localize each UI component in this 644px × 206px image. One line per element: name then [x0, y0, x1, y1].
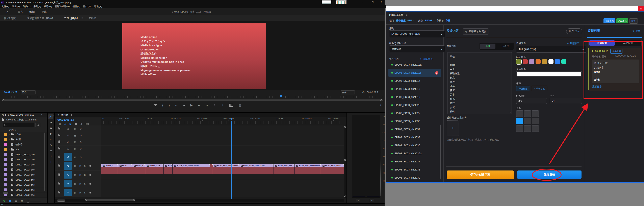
- label-color-swatch[interactable]: [4, 143, 7, 146]
- timeline-scroll-thumb[interactable]: [85, 199, 135, 201]
- project-item-label[interactable]: EP203_SC02_shot: [16, 153, 35, 156]
- voiceover-mic-icon[interactable]: [90, 192, 91, 193]
- position-cell[interactable]: [516, 110, 523, 117]
- shot-list-item[interactable]: EP203_SC03_shot039: [388, 174, 441, 182]
- position-cell[interactable]: [532, 110, 539, 117]
- label-color-swatch[interactable]: [4, 193, 7, 196]
- video-track-row[interactable]: V5 ▤ ⊙: [55, 125, 344, 132]
- project-row[interactable]: ? EP203_SC02_shot: [0, 157, 47, 162]
- position-cell[interactable]: [516, 118, 523, 124]
- tab-current-feedback[interactable]: 当前反馈: [589, 40, 615, 46]
- project-vscrollbar[interactable]: [44, 133, 45, 191]
- shot-list-item[interactable]: EP203_SC03_shot038: [388, 166, 441, 174]
- shot-list-item[interactable]: EP203_SC03_shot015: [388, 85, 441, 93]
- track-target-tile[interactable]: V4: [64, 133, 72, 138]
- project-item-label[interactable]: 镜头号: [16, 143, 22, 146]
- expand-chevron-icon[interactable]: ›: [7, 138, 11, 141]
- monitor-scrollbar-thumb[interactable]: [2, 99, 382, 101]
- shot-list-item[interactable]: EP203_SC03_shot035a: [388, 149, 441, 158]
- project-breadcrumb[interactable]: SYWZ_EP...初渲_0115.prproj: [2, 118, 36, 121]
- menu-item[interactable]: 帮助(H): [94, 5, 102, 8]
- lock-icon[interactable]: [58, 135, 60, 136]
- lift-icon[interactable]: ⇧: [214, 104, 216, 107]
- add-marker-icon[interactable]: [154, 104, 156, 106]
- monitor-mini-ruler[interactable]: [2, 95, 383, 98]
- timeline-clip[interactable]: fx EP203_SC03_shot019.mov: [172, 164, 210, 174]
- name-column-header[interactable]: 名称: [9, 128, 14, 132]
- shot-list-item[interactable]: EP203_SC03_shot030: [388, 117, 441, 125]
- mute-button[interactable]: M: [80, 174, 81, 176]
- freeform-view-icon[interactable]: ▥: [21, 199, 23, 202]
- timeline-vscrollbar[interactable]: [344, 125, 346, 198]
- track-target-tile[interactable]: A4: [64, 189, 72, 196]
- list-view-icon[interactable]: ≣: [9, 199, 12, 203]
- lock-icon[interactable]: [58, 128, 60, 129]
- sequence-dropdown[interactable]: SYWZ_EP203_初渲_0115 ⌄: [389, 31, 445, 37]
- lock-icon[interactable]: [58, 141, 60, 143]
- audio-track-lane[interactable]: [101, 179, 344, 188]
- timeline-clip[interactable]: fx EP203_SC03_shot025.mo: [213, 164, 239, 174]
- step-back-icon[interactable]: ◀: [183, 104, 185, 106]
- feedback-card[interactable]: 00:01:26:10 绿色标签 最后修改: 王敏 2026-03-11 14:…: [588, 48, 641, 91]
- eye-toggle-icon[interactable]: ⊙: [80, 156, 82, 159]
- text-color-picker[interactable]: [516, 71, 582, 77]
- minimize-button[interactable]: –: [360, 1, 365, 4]
- timeline-clip[interactable]: fx EP203_SC03_shot027.mov: [239, 164, 274, 174]
- switch-button[interactable]: 切换: [629, 18, 638, 24]
- project-item-label[interactable]: AN: [16, 148, 19, 151]
- sync-subtitle-button[interactable]: 同步字幕: [604, 18, 615, 23]
- menu-item[interactable]: 文件(F): [2, 5, 9, 8]
- timeline-clip[interactable]: fx EP203_SC03_shot032.mo: [295, 164, 321, 174]
- close-button[interactable]: ×: [380, 1, 384, 4]
- timeline-clip[interactable]: fx EP203_SC03_sho: [274, 164, 295, 174]
- track-target-tile[interactable]: A2: [64, 171, 72, 178]
- project-item-label[interactable]: EP203_SC02_shot: [16, 158, 35, 161]
- export-frame-icon[interactable]: [229, 104, 233, 107]
- card-timecode[interactable]: 00:01:26:10: [595, 50, 608, 53]
- timeline-timecode[interactable]: 00:01:43:23: [58, 118, 74, 121]
- marker-color-swatch[interactable]: [542, 59, 547, 64]
- timeline-clip[interactable]: fx EP203_SC03: [145, 164, 164, 174]
- audio-track-lane[interactable]: [101, 188, 344, 197]
- audio-track-row[interactable]: A3 ▤ M S: [55, 179, 344, 188]
- video-track-row[interactable]: V1 ▤ ⊙: [55, 152, 344, 162]
- timeline-clip[interactable]: fx EP203: [118, 164, 132, 174]
- sequence-tab[interactable]: 序列04: [61, 114, 68, 117]
- menu-item[interactable]: 视图(V): [72, 5, 80, 8]
- snap-magnet-icon[interactable]: ∩: [64, 122, 66, 125]
- eye-toggle-icon[interactable]: ⊙: [80, 147, 82, 150]
- position-cell[interactable]: [524, 118, 531, 124]
- refresh-shots-link[interactable]: ↻ 刷新镜头: [420, 58, 433, 61]
- project-item-label[interactable]: EP203_SC02_shot: [16, 184, 35, 186]
- video-track-lane[interactable]: [101, 152, 344, 162]
- project-row[interactable]: ? EP203_SC02_shot: [0, 162, 47, 167]
- menu-item[interactable]: 序列(S): [33, 5, 41, 8]
- project-search-input[interactable]: [3, 123, 34, 127]
- quality-dropdown[interactable]: 完整 ⌄: [341, 90, 355, 94]
- marker-color-swatch[interactable]: [516, 59, 521, 64]
- eye-toggle-icon[interactable]: ⊙: [80, 127, 82, 130]
- user-chip[interactable]: 用户: 王敏: [566, 29, 582, 34]
- search-bin-button[interactable]: [36, 123, 40, 127]
- project-row[interactable]: › 分镜: [0, 132, 47, 137]
- video-track-lane[interactable]: [101, 132, 344, 139]
- selection-tool-icon[interactable]: ◤: [48, 114, 54, 119]
- pencil-icon[interactable]: ✎: [3, 199, 6, 203]
- shot-list-item[interactable]: EP203_SC03_shot035: [388, 141, 441, 149]
- comparison-view-icon[interactable]: ▥: [239, 104, 241, 107]
- vzoom-handle-mid[interactable]: [344, 159, 346, 161]
- project-row[interactable]: › AN: [0, 147, 47, 152]
- settings-wrench-icon[interactable]: ⚙: [362, 91, 365, 94]
- shot-list-item[interactable]: EP203_SC03_shot033: [388, 133, 441, 141]
- timeline-clip[interactable]: fx EP20: [164, 164, 172, 174]
- target-track-dropdown[interactable]: 自动 (新建/默认) ⌄: [516, 46, 586, 53]
- project-item-label[interactable]: EP203_SC02_shot: [16, 163, 35, 166]
- label-color-swatch[interactable]: [4, 163, 7, 166]
- menu-item[interactable]: 图形和标题(G): [55, 5, 70, 8]
- timeline-clip[interactable]: fx EP203_SC: [102, 164, 118, 174]
- zoom-handle-left[interactable]: [85, 199, 87, 201]
- header-scroll-thumb[interactable]: [57, 199, 65, 201]
- tab-source[interactable]: 源: (无剪辑): [4, 17, 16, 20]
- video-track-lane[interactable]: [101, 125, 344, 132]
- voiceover-mic-icon[interactable]: [90, 183, 91, 185]
